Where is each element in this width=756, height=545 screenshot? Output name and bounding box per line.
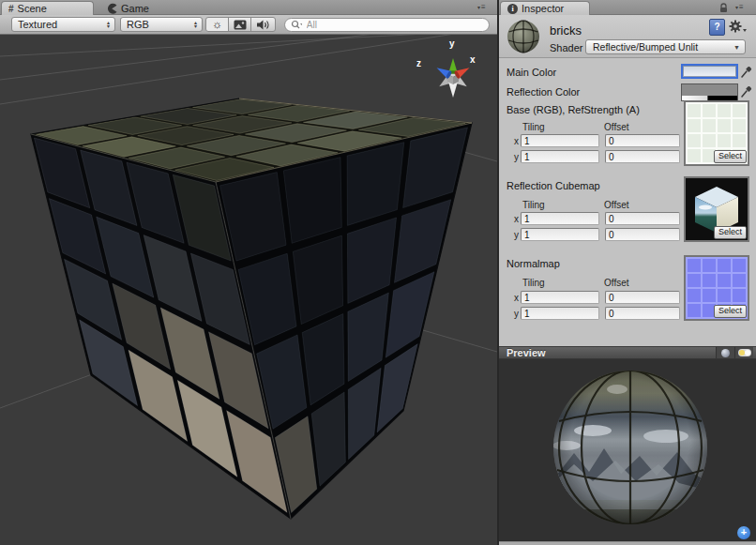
shader-field-label: Shader	[550, 42, 582, 53]
inspector-panel: i Inspector ▾≡ bricks ?	[499, 0, 756, 545]
chevron-down-icon: ▼	[733, 44, 740, 51]
reflection-color-label: Reflection Color	[507, 86, 580, 98]
unity-editor-window: yxz # Scene Game ▾≡ Textured ▴▾ RGB	[0, 0, 756, 545]
color-channel-dropdown[interactable]: RGB ▴▾	[120, 17, 203, 32]
normalmap-offset-x-input[interactable]	[605, 291, 680, 304]
base-offset-x-input[interactable]	[605, 134, 680, 147]
grid-icon: #	[8, 4, 14, 14]
scene-panel: yxz # Scene Game ▾≡ Textured ▴▾ RGB	[0, 0, 499, 545]
reflection-color-swatch[interactable]	[681, 83, 738, 101]
y-axis-label: y	[514, 230, 519, 240]
reflection-cubemap-thumbnail[interactable]: Select	[684, 176, 749, 242]
material-preview-thumbnail	[505, 18, 542, 55]
shader-value: Reflective/Bumped Unlit	[593, 41, 698, 53]
y-axis-label: y	[514, 309, 519, 319]
tab-inspector[interactable]: i Inspector	[500, 1, 590, 15]
help-icon[interactable]: ?	[709, 19, 725, 36]
updown-arrows-icon: ▴▾	[194, 21, 197, 28]
shader-dropdown[interactable]: Reflective/Bumped Unlit ▼	[585, 39, 746, 54]
offset-header: Offset	[604, 278, 629, 288]
material-preview-area[interactable]	[499, 359, 756, 541]
x-axis-label: x	[514, 214, 519, 224]
main-color-swatch[interactable]	[681, 64, 738, 79]
x-axis-label: x	[514, 136, 519, 146]
svg-text:z: z	[416, 58, 421, 68]
tab-scene[interactable]: # Scene	[1, 1, 94, 15]
cubemap-tiling-x-input[interactable]	[521, 212, 599, 225]
y-axis-label: y	[514, 152, 519, 162]
info-icon: i	[507, 4, 518, 14]
scene-toolbar: Textured ▴▾ RGB ▴▾ ☼	[0, 15, 497, 35]
image-icon	[234, 20, 247, 30]
search-icon	[291, 20, 302, 30]
material-header: bricks ? Shader Reflective/Bumped Unlit …	[499, 15, 756, 58]
cubemap-tiling-y-input[interactable]	[521, 228, 599, 241]
tiling-header: Tiling	[522, 122, 545, 132]
inspector-panel-menu-icon[interactable]: ▾≡	[735, 4, 744, 11]
audio-toggle-button[interactable]	[250, 17, 276, 32]
eyedropper-icon[interactable]	[740, 83, 752, 98]
normalmap-label: Normalmap	[507, 258, 560, 269]
preview-sphere	[499, 359, 756, 541]
offset-header: Offset	[604, 122, 629, 132]
resize-strip[interactable]	[499, 541, 756, 545]
svg-text:y: y	[449, 38, 455, 49]
sun-icon: ☼	[212, 18, 222, 31]
preview-shape-button[interactable]	[716, 347, 734, 358]
tab-inspector-label: Inspector	[522, 3, 564, 14]
scene-3d-viewport[interactable]: yxz	[0, 0, 497, 545]
cubemap-offset-y-input[interactable]	[605, 228, 680, 241]
preview-header[interactable]: Preview	[499, 346, 756, 359]
offset-header: Offset	[604, 200, 629, 210]
search-input[interactable]	[305, 19, 483, 31]
base-select-button[interactable]: Select	[714, 150, 747, 163]
tab-scene-label: Scene	[18, 3, 47, 14]
preview-lighting-button[interactable]	[734, 347, 753, 358]
normalmap-select-button[interactable]: Select	[714, 305, 747, 318]
main-color-label: Main Color	[507, 67, 556, 78]
normalmap-tiling-y-input[interactable]	[521, 307, 599, 320]
game-icon	[106, 2, 117, 14]
preview-title: Preview	[507, 347, 716, 358]
render-mode-value: Textured	[18, 19, 57, 30]
tab-game[interactable]: Game	[99, 1, 159, 15]
normalmap-thumbnail[interactable]: Select	[684, 255, 749, 321]
x-axis-label: x	[514, 293, 519, 303]
normalmap-offset-y-input[interactable]	[605, 307, 680, 320]
base-texture-label: Base (RGB), RefStrength (A)	[507, 104, 640, 115]
material-name: bricks	[550, 23, 582, 38]
updown-arrows-icon: ▴▾	[107, 21, 110, 28]
base-tiling-y-input[interactable]	[521, 150, 599, 163]
cubemap-offset-x-input[interactable]	[605, 212, 680, 225]
color-channel-value: RGB	[127, 19, 149, 30]
tiling-header: Tiling	[522, 278, 545, 288]
scene-tabbar: # Scene Game ▾≡	[0, 0, 497, 15]
render-mode-dropdown[interactable]: Textured ▴▾	[11, 17, 115, 32]
base-tiling-x-input[interactable]	[521, 134, 599, 147]
eyedropper-icon[interactable]	[740, 64, 752, 79]
reflection-cubemap-label: Reflection Cubemap	[507, 180, 600, 191]
cubemap-select-button[interactable]: Select	[714, 226, 747, 239]
lighting-toggle-icon	[738, 349, 751, 356]
tab-game-label: Game	[121, 3, 149, 14]
gear-icon[interactable]	[728, 19, 747, 34]
inspector-tabbar: i Inspector ▾≡	[499, 0, 756, 15]
lighting-toggle-button[interactable]: ☼	[205, 17, 229, 32]
lock-icon[interactable]	[718, 3, 729, 13]
add-button[interactable]: +	[737, 526, 750, 539]
scene-panel-menu-icon[interactable]: ▾≡	[477, 4, 486, 11]
base-texture-thumbnail[interactable]: Select	[684, 100, 749, 166]
reflection-color-value	[682, 84, 737, 96]
sphere-icon	[721, 349, 730, 357]
normalmap-tiling-x-input[interactable]	[521, 291, 599, 304]
tiling-header: Tiling	[522, 200, 545, 210]
scene-search-field[interactable]	[284, 18, 490, 32]
svg-text:x: x	[470, 54, 476, 65]
speaker-icon	[256, 19, 270, 31]
skybox-toggle-button[interactable]	[228, 17, 251, 32]
base-offset-y-input[interactable]	[605, 150, 680, 163]
